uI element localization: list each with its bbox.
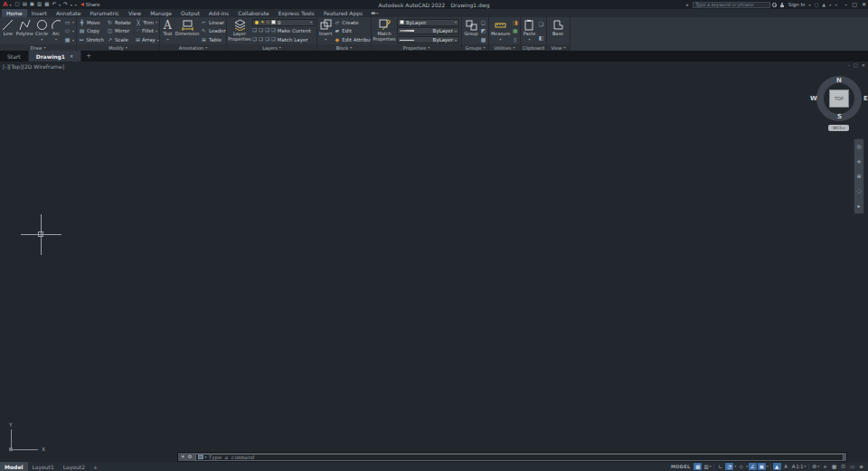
polar-tracking-toggle[interactable]: ◔ [725, 463, 733, 470]
collapse-icon[interactable]: » [835, 3, 837, 7]
layout-tab-layout2[interactable]: Layout2 [59, 462, 90, 471]
app-menu-caret-icon[interactable]: ▾ [9, 3, 11, 7]
circle-caret-icon[interactable]: ▾ [41, 37, 42, 42]
insert-tool[interactable]: Insert ▾ [319, 18, 332, 44]
graphics-performance-toggle[interactable]: ⊡ [839, 463, 847, 470]
mirror-tool[interactable]: ◫Mirror [107, 27, 133, 35]
arc-tool[interactable]: Arc ▾ [50, 18, 62, 44]
fillet-tool[interactable]: ◜Fillet▾ [136, 27, 157, 35]
viewcube-south[interactable]: S [837, 113, 842, 120]
ortho-toggle[interactable]: ∟ [716, 463, 724, 470]
search-icon[interactable] [772, 3, 777, 7]
sign-in-caret-icon[interactable]: ▾ [809, 3, 811, 7]
workspace-switching-button[interactable]: ⚙▾ [811, 463, 820, 470]
annotation-visibility-toggle[interactable]: ▲ [773, 463, 781, 470]
drawing-restore-icon[interactable]: ▢ [854, 63, 858, 68]
array-tool[interactable]: ⊞Array▾ [136, 36, 157, 44]
annotation-monitor-toggle[interactable]: + [821, 463, 829, 470]
measure-tool[interactable]: Measure ▾ [491, 18, 510, 44]
annotation-scale-button[interactable]: A1:1▾ [791, 463, 807, 470]
command-input[interactable] [209, 454, 841, 460]
arc-caret-icon[interactable]: ▾ [55, 37, 57, 42]
minimize-button[interactable]: – [844, 2, 847, 7]
id-point-tool[interactable]: ▯ [512, 36, 518, 44]
paste-caret-icon[interactable]: ▾ [528, 37, 530, 42]
tab-express-tools[interactable]: Express Tools [274, 9, 319, 17]
layer-properties-tool[interactable]: Layer Properties [229, 18, 250, 44]
group-edit-tool[interactable]: ◩ [480, 27, 486, 35]
save-icon[interactable]: ▣ [30, 2, 34, 7]
linear-tool[interactable]: ⌐Linear▾ [201, 18, 226, 26]
osnap-tracking-toggle[interactable]: ∠ [749, 463, 757, 470]
viewport-controls[interactable]: [-][Top][2D Wireframe] [3, 63, 64, 70]
match-properties-tool[interactable]: Match Properties [373, 18, 395, 44]
file-tab-start[interactable]: Start [0, 51, 29, 61]
undo-caret-icon[interactable]: ▾ [59, 3, 61, 7]
model-space-indicator[interactable]: MODEL [671, 464, 690, 469]
grid-toggle[interactable]: ▦ [693, 463, 702, 470]
group-tool[interactable]: Group [464, 18, 478, 44]
edit-attributes-tool[interactable]: ◆Edit Attributes▾ [334, 36, 371, 44]
new-drawing-button[interactable]: + [81, 51, 96, 61]
paste-tool[interactable]: Paste ▾ [523, 18, 536, 44]
layer-dropdown[interactable]: ☀ ⬦ 0 ▾ [252, 19, 315, 26]
new-layout-button[interactable]: + [90, 462, 101, 471]
table-tool[interactable]: ⊞Table [201, 36, 226, 44]
trim-caret-icon[interactable]: ▾ [156, 20, 157, 24]
fillet-caret-icon[interactable]: ▾ [156, 29, 157, 33]
hatch-tool[interactable]: ▦▾ [64, 36, 74, 44]
open-icon[interactable]: ▤ [23, 2, 27, 7]
groups-panel-label[interactable]: Groups▾ [462, 44, 488, 51]
rectangle-tool[interactable]: ▭▾ [64, 18, 74, 26]
copy-clip-tool[interactable]: ❏ [538, 21, 544, 29]
file-tab-close-icon[interactable]: ✕ [70, 53, 73, 59]
app-store-icon[interactable]: ▢ [815, 3, 819, 7]
clipboard-panel-label[interactable]: Clipboard [521, 44, 546, 51]
isodraft-caret-icon[interactable]: ▾ [746, 465, 748, 468]
sign-in-button[interactable]: Sign In [788, 2, 806, 7]
draw-panel-label[interactable]: Draw▾ [0, 44, 76, 51]
ribbon-display-caret-icon[interactable]: ▾ [376, 11, 378, 15]
viewcube-west[interactable]: W [810, 95, 817, 102]
redo-caret-icon[interactable]: ▾ [71, 3, 72, 7]
maximize-button[interactable]: ▢ [852, 2, 857, 7]
share-button[interactable]: Share [80, 2, 100, 7]
wcs-dropdown[interactable]: WCS▾ [828, 125, 849, 131]
autodesk-app-caret-icon[interactable]: ▾ [829, 3, 831, 7]
plot-icon[interactable]: ▦ [44, 2, 49, 7]
tab-manage[interactable]: Manage [146, 9, 176, 17]
annotation-panel-label[interactable]: Annotation▾ [160, 44, 226, 51]
circle-tool[interactable]: Circle ▾ [35, 18, 48, 44]
autoscale-toggle[interactable]: A [782, 463, 790, 470]
show-motion-icon[interactable]: ▸ [857, 203, 860, 209]
infocenter-caret-icon[interactable]: ▸ [686, 3, 689, 7]
scale-tool[interactable]: ↗Scale [107, 36, 133, 44]
quick-calc-tool[interactable]: ▦ [512, 27, 518, 35]
tab-featured-apps[interactable]: Featured Apps [319, 9, 367, 17]
object-color-dropdown[interactable]: ByLayer ▾ [397, 19, 459, 26]
modify-panel-label[interactable]: Modify▾ [77, 44, 159, 51]
customization-button[interactable]: ≡ [857, 463, 865, 470]
stretch-tool[interactable]: ↔Stretch [79, 36, 104, 44]
new-icon[interactable]: ▢ [14, 2, 19, 7]
trim-tool[interactable]: ╳Trim▾ [136, 18, 157, 26]
layout-tab-model[interactable]: Model [0, 462, 28, 471]
tab-add-ins[interactable]: Add-ins [204, 9, 233, 17]
block-panel-label[interactable]: Block▾ [317, 44, 371, 51]
autodesk-app-icon[interactable]: ▲ [822, 3, 826, 7]
clean-screen-toggle[interactable]: ▭ [848, 463, 856, 470]
array-caret-icon[interactable]: ▾ [157, 38, 159, 42]
viewcube-north[interactable]: N [836, 77, 842, 84]
rectangle-caret-icon[interactable]: ▾ [72, 20, 74, 24]
measure-caret-icon[interactable]: ▾ [500, 37, 502, 42]
edit-block-tool[interactable]: ▰Edit [334, 27, 371, 35]
tab-annotate[interactable]: Annotate [52, 9, 85, 17]
command-input-field[interactable]: ▾ [195, 454, 844, 461]
save-as-icon[interactable]: ▥ [37, 2, 42, 7]
properties-panel-label[interactable]: Properties▾ [372, 44, 461, 51]
pan-icon[interactable]: ✛ [856, 159, 861, 165]
viewcube-east[interactable]: E [863, 95, 868, 102]
text-tool[interactable]: A Text ▾ [162, 18, 174, 44]
rotate-tool[interactable]: ↻Rotate [107, 18, 133, 26]
snap-mode-toggle[interactable]: ▥▾ [703, 463, 712, 470]
